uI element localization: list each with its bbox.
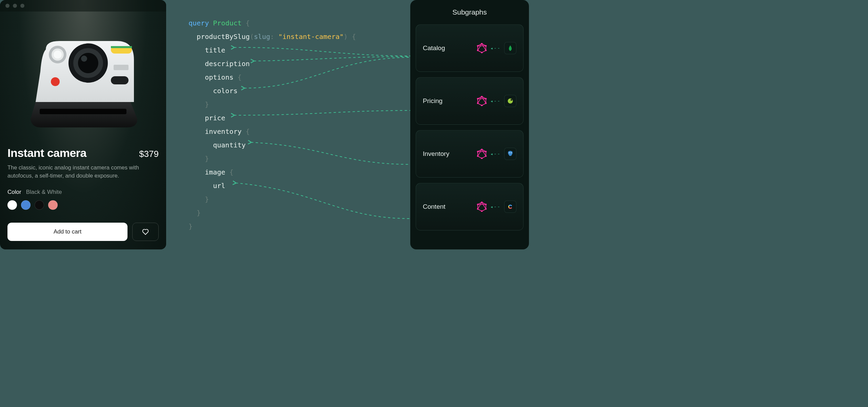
color-value: Black & White [26,189,62,196]
svg-point-18 [477,45,478,47]
subgraph-card-pricing[interactable]: Pricing ◂-- [416,77,524,125]
code-field-quantity: quantity [213,141,245,149]
code-resolver: productBySlug [197,33,250,41]
subgraph-name: Inventory [423,150,449,158]
code-arg-name: slug [254,33,270,41]
favorite-button[interactable] [132,223,159,241]
svg-rect-11 [111,76,129,84]
svg-point-31 [477,155,478,157]
swatch-black[interactable] [35,200,44,210]
svg-point-24 [477,98,478,100]
subgraph-card-content[interactable]: Content ◂-- [416,183,524,230]
subgraph-name: Content [423,203,446,210]
arrow-left-icon: ◂-- [490,98,501,104]
svg-point-8 [51,77,60,86]
product-window: Instant camera $379 The classic, iconic … [0,0,166,249]
svg-point-25 [508,99,513,104]
subgraph-card-inventory[interactable]: Inventory ◂-- [416,130,524,178]
subgraph-card-catalog[interactable]: Catalog ◂-- [416,24,524,72]
swatch-blue[interactable] [21,200,31,210]
color-swatches [7,200,159,210]
code-field-colors: colors [213,87,237,95]
svg-rect-12 [114,65,129,70]
window-titlebar [0,0,166,12]
swatch-white[interactable] [7,200,17,210]
code-arg-value: "instant-camera" [278,33,344,41]
code-field-inventory: inventory [205,127,241,136]
subgraphs-title: Subgraphs [416,8,524,16]
svg-point-3 [78,53,98,73]
svg-point-28 [485,151,487,152]
svg-point-37 [485,208,487,210]
code-field-image: image [205,168,225,176]
datasource-mongodb-icon [504,42,516,54]
graphql-icon [477,43,487,53]
product-image [7,19,159,144]
arrow-left-icon: ◂-- [490,204,501,209]
graphql-icon [477,96,487,106]
svg-point-17 [477,49,478,51]
svg-rect-0 [40,109,126,114]
subgraph-name: Pricing [423,97,442,105]
svg-point-36 [485,204,487,205]
svg-point-34 [511,152,511,153]
svg-point-23 [477,102,478,104]
datasource-contentful-icon [504,201,516,213]
svg-point-26 [511,99,512,101]
code-field-title: title [205,46,225,54]
svg-point-20 [485,98,487,100]
svg-point-14 [485,45,487,47]
code-field-url: url [213,182,225,190]
code-field-price: price [205,114,225,122]
svg-point-39 [477,208,478,210]
subgraphs-panel: Subgraphs Catalog ◂-- Pricing ◂-- Invent… [410,0,529,249]
svg-point-15 [485,49,487,51]
svg-point-7 [54,50,62,59]
product-description: The classic, iconic analog instant camer… [7,164,153,180]
graphql-query: query Product { productBySlug(slug: "ins… [189,16,356,233]
traffic-light-yellow-icon [13,4,17,8]
swatch-coral[interactable] [48,200,58,210]
code-field-description: description [205,60,250,68]
traffic-light-red-icon [5,4,9,8]
traffic-light-green-icon [20,4,24,8]
heart-icon [141,228,150,236]
svg-point-32 [477,151,478,152]
code-field-options: options [205,73,233,81]
product-price: $379 [139,149,159,159]
add-to-cart-button[interactable]: Add to cart [7,223,127,241]
svg-point-4 [81,56,87,62]
svg-point-40 [477,204,478,205]
code-operation-name: Product [213,19,241,27]
code-keyword: query [189,19,209,27]
svg-point-21 [485,102,487,104]
svg-point-33 [509,152,510,153]
arrow-left-icon: ◂-- [490,151,501,157]
arrow-left-icon: ◂-- [490,45,501,51]
graphql-icon [477,149,487,159]
camera-icon [22,31,144,133]
svg-point-29 [485,155,487,157]
datasource-postgres-icon [504,148,516,160]
color-label: Color [7,189,21,196]
product-title: Instant camera [7,146,86,160]
graphql-icon [477,202,487,212]
datasource-pricing-icon [504,95,516,107]
svg-rect-10 [111,46,132,48]
subgraph-name: Catalog [423,44,445,52]
